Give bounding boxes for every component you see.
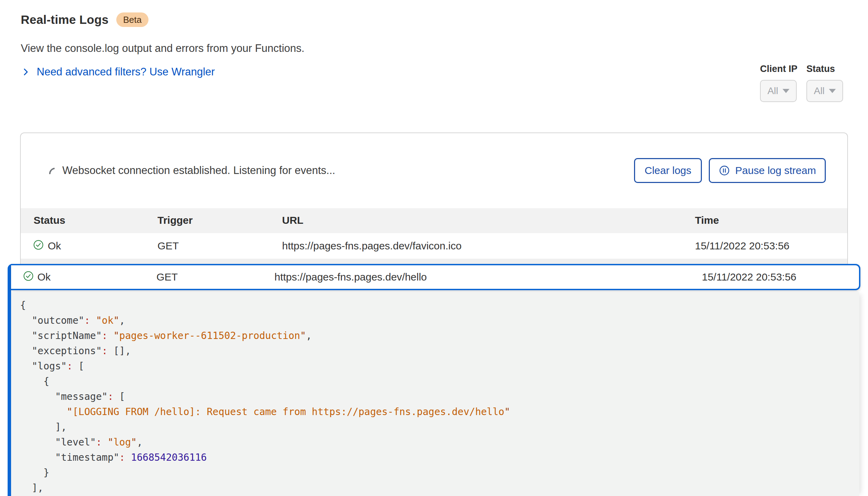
pause-log-stream-label: Pause log stream (735, 165, 816, 176)
row-time: 15/11/2022 20:53:56 (695, 240, 789, 252)
page-title: Real-time Logs (21, 13, 109, 27)
chevron-down-icon (783, 89, 789, 93)
clear-logs-label: Clear logs (644, 165, 691, 176)
realtime-logs-page: Real-time Logs Beta View the console.log… (0, 0, 868, 496)
row-status: Ok (37, 271, 51, 283)
client-ip-filter-group: Client IP All (760, 64, 797, 102)
filters: Client IP All Status All (760, 64, 843, 102)
column-header-trigger: Trigger (157, 214, 193, 226)
table-row[interactable]: Ok GET https://pages-fns.pages.dev/favic… (21, 233, 847, 259)
pause-icon (718, 165, 730, 176)
row-trigger: GET (156, 271, 178, 283)
row-url: https://pages-fns.pages.dev/hello (274, 271, 427, 283)
status-filter-label: Status (806, 64, 843, 74)
log-detail-panel: { "outcome": "ok", "scriptName": "pages-… (11, 292, 859, 496)
page-subtitle: View the console.log output and errors f… (21, 42, 305, 55)
websocket-status-message: Websocket connection established. Listen… (62, 164, 335, 177)
row-url: https://pages-fns.pages.dev/favicon.ico (282, 240, 462, 252)
client-ip-value: All (767, 85, 778, 97)
clear-logs-button[interactable]: Clear logs (634, 158, 702, 183)
json-code: { "outcome": "ok", "scriptName": "pages-… (11, 292, 859, 496)
table-row-selected[interactable]: Ok GET https://pages-fns.pages.dev/hello… (11, 264, 860, 290)
row-trigger: GET (157, 240, 179, 252)
column-header-time: Time (695, 214, 719, 226)
status-ok-icon (33, 240, 44, 253)
client-ip-label: Client IP (760, 64, 797, 74)
column-header-url: URL (282, 214, 304, 226)
row-time: 15/11/2022 20:53:56 (702, 271, 796, 283)
expanded-log-entry: Ok GET https://pages-fns.pages.dev/hello… (8, 264, 860, 496)
chevron-down-icon (829, 89, 836, 93)
page-header: Real-time Logs Beta (21, 12, 148, 27)
status-select[interactable]: All (806, 80, 843, 102)
wrangler-link-label: Need advanced filters? Use Wrangler (37, 66, 215, 78)
status-filter-group: Status All (806, 64, 843, 102)
log-table-panel: Websocket connection established. Listen… (20, 132, 848, 271)
row-status: Ok (48, 240, 61, 252)
beta-badge: Beta (116, 12, 149, 27)
pause-log-stream-button[interactable]: Pause log stream (709, 158, 826, 183)
loading-spinner-icon (47, 165, 63, 182)
status-filter-value: All (814, 85, 824, 97)
status-ok-icon (23, 271, 34, 284)
wrangler-link[interactable]: Need advanced filters? Use Wrangler (21, 66, 215, 78)
column-header-status: Status (34, 214, 65, 226)
client-ip-select[interactable]: All (760, 80, 797, 102)
table-header: Status Trigger URL Time (21, 208, 847, 233)
chevron-right-icon (21, 67, 30, 77)
